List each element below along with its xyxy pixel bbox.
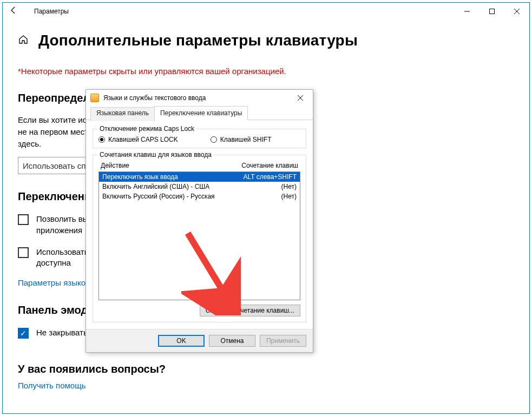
close-button[interactable] <box>504 3 529 20</box>
cb2-line2: доступна <box>36 258 71 267</box>
radio-icon <box>211 136 217 143</box>
cb1-line2: приложения <box>36 226 82 235</box>
cb2-line1: Использовать <box>36 247 89 256</box>
svg-rect-1 <box>490 9 495 14</box>
tab-language-bar[interactable]: Языковая панель <box>90 107 155 121</box>
titlebar: Параметры <box>3 3 529 20</box>
radio-icon <box>98 136 105 143</box>
hotkeys-legend: Сочетания клавиш для языков ввода <box>97 151 214 159</box>
change-key-sequence-button[interactable]: Сменить сочетание клавиш... <box>200 305 300 316</box>
dialog-icon <box>90 94 99 102</box>
radio-capslock-label: Клавишей CAPS LOCK <box>108 136 178 143</box>
dialog-titlebar: Языки и службы текстового ввода <box>86 90 313 106</box>
dialog-title: Языки и службы текстового ввода <box>103 94 206 102</box>
back-button[interactable] <box>7 6 20 17</box>
radio-shift-label: Клавишей SHIFT <box>220 136 272 143</box>
hotkeys-list[interactable]: Переключить язык ввода ALT слева+SHIFT В… <box>98 171 300 300</box>
checkbox-icon <box>18 214 29 225</box>
list-item[interactable]: Переключить язык ввода ALT слева+SHIFT <box>99 172 300 182</box>
row-action: Включить Английский (США) - США <box>102 183 226 190</box>
combo-label: Использовать сп <box>23 161 86 170</box>
apply-button[interactable]: Применить <box>260 335 306 347</box>
settings-window: Параметры Дополнительные параметры клави… <box>2 2 530 414</box>
hotkeys-groupbox: Сочетания клавиш для языков ввода Действ… <box>93 155 306 322</box>
window-title: Параметры <box>20 8 69 15</box>
checkbox-icon <box>18 328 29 339</box>
capslock-legend: Отключение режима Caps Lock <box>97 125 196 133</box>
radio-shift[interactable]: Клавишей SHIFT <box>211 136 272 143</box>
text-services-dialog: Языки и службы текстового ввода Языковая… <box>86 89 313 353</box>
ok-button[interactable]: OK <box>158 335 205 347</box>
dialog-tabs: Языковая панель Переключение клавиатуры <box>86 105 313 120</box>
page-title: Дополнительные параметры клавиатуры <box>38 32 358 49</box>
col-action: Действие <box>101 162 228 169</box>
dialog-close-button[interactable] <box>292 94 308 102</box>
row-action: Переключить язык ввода <box>102 173 226 181</box>
override-line2: не на первом мест <box>18 127 88 136</box>
override-line3: здесь. <box>18 139 41 148</box>
capslock-groupbox: Отключение режима Caps Lock Клавишей CAP… <box>93 129 306 148</box>
cb1-line1: Позволить выб <box>36 214 93 223</box>
cancel-button[interactable]: Отмена <box>209 335 255 347</box>
row-keys: ALT слева+SHIFT <box>226 173 297 181</box>
override-line1: Если вы хотите исп <box>18 115 91 124</box>
get-help-link[interactable]: Получить помощь <box>18 381 86 390</box>
section-questions-title: У вас появились вопросы? <box>18 363 514 375</box>
language-bar-options-link[interactable]: Параметры языков <box>18 278 90 287</box>
col-keys: Сочетание клавиш <box>228 162 298 169</box>
row-keys: (Нет) <box>226 183 297 190</box>
radio-capslock[interactable]: Клавишей CAPS LOCK <box>98 136 178 143</box>
policy-note: *Некоторые параметры скрыты или управляю… <box>18 67 514 76</box>
dialog-footer: OK Отмена Применить <box>86 329 313 352</box>
row-keys: (Нет) <box>226 193 297 200</box>
list-item[interactable]: Включить Русский (Россия) - Русская (Нет… <box>99 192 300 201</box>
minimize-button[interactable] <box>455 3 480 20</box>
tab-keyboard-switch[interactable]: Переключение клавиатуры <box>154 106 248 120</box>
list-item[interactable]: Включить Английский (США) - США (Нет) <box>99 182 300 192</box>
home-icon[interactable] <box>18 34 29 48</box>
row-action: Включить Русский (Россия) - Русская <box>102 193 226 200</box>
maximize-button[interactable] <box>480 3 504 20</box>
checkbox-icon <box>18 247 29 258</box>
